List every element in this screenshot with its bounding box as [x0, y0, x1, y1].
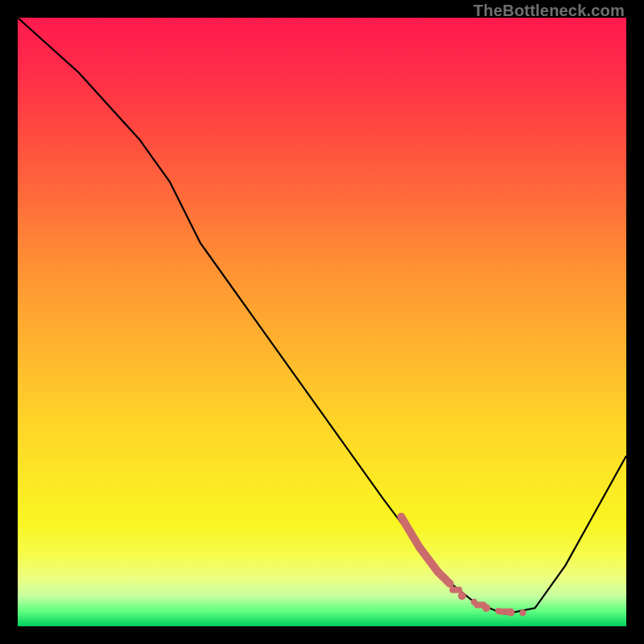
svg-point-12 — [519, 609, 526, 616]
svg-point-8 — [482, 604, 490, 612]
svg-point-3 — [447, 580, 453, 587]
svg-point-5 — [458, 592, 466, 600]
svg-point-11 — [506, 609, 514, 617]
svg-line-0 — [401, 517, 419, 547]
svg-line-1 — [419, 547, 438, 572]
highlight-region-marks — [401, 517, 526, 617]
main-curve-line — [18, 18, 626, 614]
svg-rect-4 — [449, 587, 462, 593]
watermark-text: TheBottleneck.com — [473, 2, 625, 20]
chart-svg — [18, 18, 626, 626]
